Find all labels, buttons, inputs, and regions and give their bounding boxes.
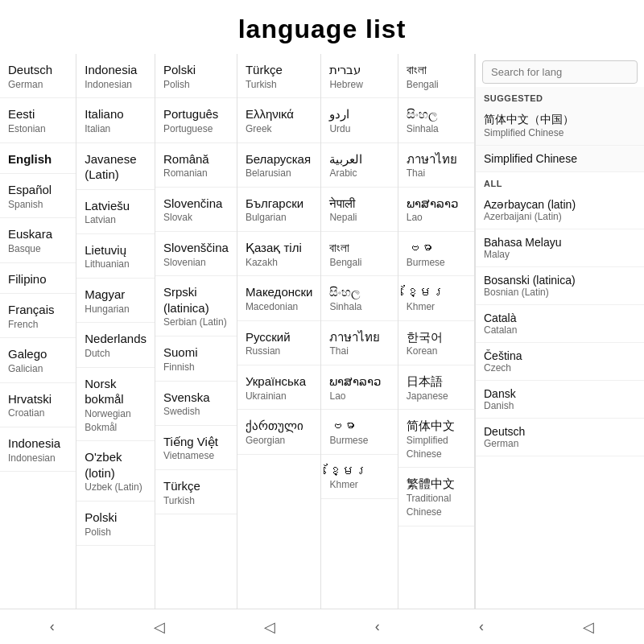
lang-translated-name: Swedish (163, 405, 229, 419)
nav-back-6[interactable]: ◁ (570, 612, 607, 642)
list-item[interactable]: PolskiPolish (155, 54, 237, 98)
all-lang-item[interactable]: Azərbaycan (latin)Azerbaijani (Latin) (476, 192, 644, 229)
lang-translated-name: Galician (8, 362, 68, 376)
list-item[interactable]: বাংলাBengali (398, 54, 474, 98)
nav-back-1[interactable]: ‹ (37, 612, 68, 642)
lang-translated-name: Georgian (246, 434, 313, 448)
list-item[interactable]: TürkçeTurkish (237, 54, 321, 98)
list-item[interactable]: العربيةArabic (321, 143, 397, 188)
lang-translated-name: Croatian (8, 407, 68, 420)
list-item[interactable]: ဗမာBurmese (398, 232, 474, 276)
list-item[interactable]: ພາສາລາວLao (398, 188, 474, 232)
list-item[interactable]: ქართულიGeorgian (237, 410, 321, 454)
list-item[interactable]: EspañolSpanish (0, 174, 76, 218)
list-item[interactable]: LatviešuLatvian (76, 190, 155, 234)
lang-native-name: Русский (246, 329, 313, 345)
nav-back-2[interactable]: ◁ (141, 612, 178, 642)
list-item[interactable]: PolskiPolish (76, 502, 155, 546)
lang-translated-name: Vietnamese (163, 449, 229, 463)
list-item[interactable]: DeutschGerman (0, 54, 76, 98)
list-item[interactable]: PortuguêsPortuguese (155, 98, 237, 142)
lang-native-name: Hrvatski (8, 391, 68, 407)
all-lang-item[interactable]: DanskDanish (476, 381, 644, 419)
list-item[interactable]: EestiEstonian (0, 98, 76, 142)
list-item[interactable]: SlovenčinaSlovak (155, 188, 237, 232)
list-item[interactable]: Қазақ тіліKazakh (237, 232, 321, 276)
list-item[interactable]: বাংলাBengali (321, 232, 397, 276)
all-lang-item[interactable]: Bahasa MelayuMalay (476, 229, 644, 267)
suggested-lang-item[interactable]: 简体中文（中国）Simplified Chinese (476, 106, 644, 146)
list-item[interactable]: नेपालीNepali (321, 188, 397, 232)
list-item[interactable]: SlovenščinaSlovenian (155, 232, 237, 276)
list-item[interactable]: Filipino (0, 263, 76, 295)
lang-column-5: বাংলাBengaliසිංහලSinhalaภาษาไทยThaiພາສາລ… (398, 54, 475, 640)
lang-native-name: Svenska (163, 390, 229, 406)
lang-translated-name: Finnish (163, 361, 229, 374)
list-item[interactable]: Javanese (Latin) (76, 143, 155, 190)
all-lang-item[interactable]: ČeštinaCzech (476, 343, 644, 381)
list-item[interactable]: עבריתHebrew (321, 54, 397, 98)
list-item[interactable]: SuomiFinnish (155, 336, 237, 381)
nav-back-3[interactable]: ◁ (251, 612, 288, 642)
list-item[interactable]: ItalianoItalian (76, 98, 155, 142)
suggested-lang-item[interactable]: Simplified Chinese (476, 146, 644, 172)
list-item[interactable]: МакедонскиMacedonian (237, 276, 321, 320)
lang-translated-name: Indonesian (85, 78, 147, 92)
lang-translated-name: Khmer (329, 478, 389, 492)
lang-translated-name: Nepali (329, 211, 389, 225)
all-lang-item[interactable]: Bosanski (latinica)Bosnian (Latin) (476, 267, 644, 305)
list-item[interactable]: LietuviųLithuanian (76, 234, 155, 279)
lang-translated-name: Thai (407, 167, 466, 180)
all-lang-item[interactable]: CatalàCatalan (476, 305, 644, 343)
list-item[interactable]: RomânăRomanian (155, 143, 237, 188)
list-item[interactable]: Tiếng ViệtVietnamese (155, 426, 237, 470)
list-item[interactable]: 日本語Japanese (398, 365, 474, 410)
lang-native-name: Latviešu (85, 198, 147, 214)
list-item[interactable]: IndonesiaIndonesian (76, 54, 155, 98)
lang-native-name: ဗမာ (329, 418, 389, 434)
lang-translated-name: Norwegian Bokmål (85, 407, 147, 435)
list-item[interactable]: УкраїнськаUkrainian (237, 365, 321, 410)
list-item[interactable]: Srpski (latinica)Serbian (Latin) (155, 276, 237, 336)
list-item[interactable]: ဗမာBurmese (321, 410, 397, 454)
list-item[interactable]: ภาษาไทยThai (398, 143, 474, 188)
list-item[interactable]: БеларускаяBelarusian (237, 143, 321, 188)
list-item[interactable]: БългарскиBulgarian (237, 188, 321, 232)
nav-back-5[interactable]: ‹ (466, 612, 497, 642)
list-item[interactable]: SvenskaSwedish (155, 382, 237, 426)
lang-native-name: Ελληνικά (246, 106, 313, 122)
list-item[interactable]: РусскийRussian (237, 321, 321, 365)
list-item[interactable]: O'zbek (lotin)Uzbek (Latin) (76, 441, 155, 502)
search-input[interactable] (482, 60, 638, 84)
list-item[interactable]: ខ្មែរKhmer (321, 455, 397, 499)
list-item[interactable]: GalegoGalician (0, 338, 76, 382)
list-item[interactable]: ខ្មែរKhmer (398, 276, 474, 320)
list-item[interactable]: Norsk bokmålNorwegian Bokmål (76, 368, 155, 442)
list-item[interactable]: 繁體中文Traditional Chinese (398, 468, 474, 526)
language-list-area: DeutschGermanEestiEstonianEnglishEspañol… (0, 54, 475, 640)
right-lang-native: Bahasa Melayu (484, 236, 636, 249)
list-item[interactable]: HrvatskiCroatian (0, 383, 76, 427)
nav-back-4[interactable]: ‹ (362, 612, 393, 642)
list-item[interactable]: සිංහලSinhala (398, 98, 474, 142)
right-lang-native: Azərbaycan (latin) (484, 198, 636, 211)
lang-translated-name: Uzbek (Latin) (85, 481, 147, 494)
lang-native-name: Français (8, 302, 68, 318)
list-item[interactable]: 简体中文Simplified Chinese (398, 410, 474, 468)
all-lang-item[interactable]: DeutschGerman (476, 419, 644, 456)
list-item[interactable]: English (0, 143, 76, 175)
list-item[interactable]: සිංහලSinhala (321, 276, 397, 320)
list-item[interactable]: ภาษาไทยThai (321, 321, 397, 365)
list-item[interactable]: FrançaisFrench (0, 294, 76, 338)
list-item[interactable]: ພາສາລາວLao (321, 365, 397, 410)
lang-translated-name: Turkish (163, 494, 229, 508)
lang-native-name: Қазақ тілі (246, 240, 313, 256)
list-item[interactable]: TürkçeTurkish (155, 470, 237, 514)
list-item[interactable]: 한국어Korean (398, 321, 474, 365)
list-item[interactable]: EuskaraBasque (0, 218, 76, 262)
list-item[interactable]: NederlandsDutch (76, 323, 155, 367)
list-item[interactable]: MagyarHungarian (76, 279, 155, 323)
list-item[interactable]: ΕλληνικάGreek (237, 98, 321, 142)
list-item[interactable]: IndonesiaIndonesian (0, 427, 76, 472)
list-item[interactable]: اردوUrdu (321, 98, 397, 142)
